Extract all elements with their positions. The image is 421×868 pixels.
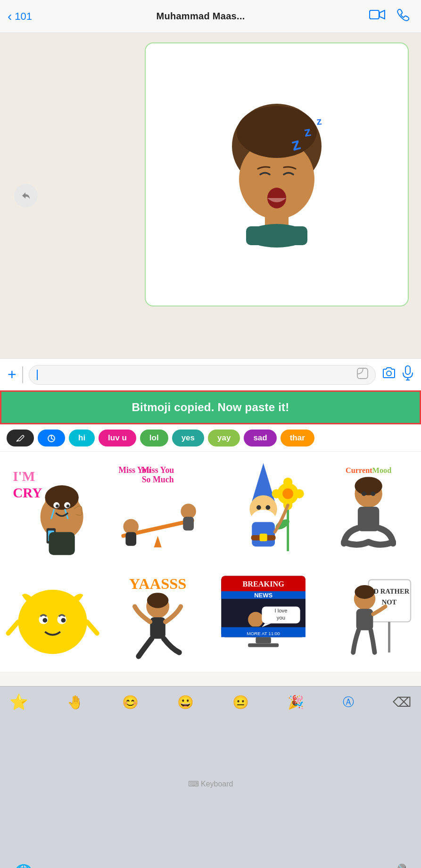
header-actions: [369, 8, 410, 25]
svg-point-74: [147, 593, 169, 608]
svg-rect-32: [49, 532, 75, 555]
svg-text:you: you: [276, 615, 285, 620]
svg-point-29: [66, 504, 70, 508]
video-call-icon[interactable]: [369, 9, 385, 24]
svg-text:z: z: [316, 115, 322, 127]
voice-message-button[interactable]: [402, 365, 413, 384]
svg-line-71: [87, 622, 97, 633]
svg-point-63: [371, 491, 375, 496]
keyboard-globe-icon[interactable]: 🌐: [14, 863, 33, 868]
svg-text:I love: I love: [274, 608, 287, 614]
keyboard-smiley-icon[interactable]: 😊: [122, 694, 139, 710]
svg-text:YAASSS: YAASSS: [129, 575, 187, 592]
sticker-id-rather-not[interactable]: I'D RATHER NOT: [316, 562, 421, 667]
message-input-bar: +: [0, 358, 421, 390]
keyboard-party-icon[interactable]: 🎉: [288, 694, 304, 710]
svg-rect-90: [248, 644, 279, 647]
svg-text:CRY: CRY: [13, 485, 42, 500]
svg-point-81: [248, 612, 264, 628]
svg-point-55: [283, 478, 292, 487]
svg-line-70: [8, 622, 18, 633]
svg-text:NOT: NOT: [381, 598, 396, 606]
svg-text:BREAKING: BREAKING: [242, 580, 284, 588]
sticker-grid: I'M CRY Miss Y: [0, 452, 421, 672]
chat-area: z z z: [0, 33, 421, 358]
svg-point-14: [387, 371, 391, 376]
svg-text:I'D RATHER: I'D RATHER: [369, 587, 410, 595]
category-pill-hi[interactable]: hi: [69, 430, 95, 446]
message-input-field[interactable]: [29, 365, 376, 385]
sticker-yaasss[interactable]: YAASSS: [105, 562, 210, 667]
keyboard-letter-a-icon[interactable]: Ⓐ: [343, 694, 354, 710]
svg-marker-37: [154, 536, 162, 547]
svg-rect-89: [256, 637, 271, 644]
bitmoji-sticker-image: z z z: [206, 85, 347, 264]
keyboard-main-rows[interactable]: ⌨ Keyboard: [0, 718, 421, 850]
svg-text:MORE AT 11:00: MORE AT 11:00: [247, 631, 280, 636]
header-left: ‹ 101: [8, 10, 32, 23]
back-button[interactable]: ‹: [8, 10, 12, 23]
svg-text:NEWS: NEWS: [254, 592, 272, 599]
keyboard-emoji-row: ⭐ 🤚 😊 😀 😐 🎉 Ⓐ ⌫: [0, 686, 421, 718]
svg-marker-1: [380, 10, 385, 19]
contact-name[interactable]: Muhammad Maas...: [156, 11, 245, 22]
category-pill-sad[interactable]: sad: [244, 430, 276, 446]
camera-button[interactable]: [381, 366, 396, 383]
category-pill-yes[interactable]: yes: [172, 430, 204, 446]
svg-point-96: [355, 585, 374, 599]
bitmoji-copied-banner: Bitmoji copied. Now paste it!: [0, 390, 421, 424]
keyboard-wave-icon[interactable]: 🤚: [67, 694, 83, 710]
svg-point-39: [125, 521, 137, 533]
category-pill-recent[interactable]: [38, 430, 65, 446]
svg-rect-0: [370, 10, 379, 19]
sticker-im-cry[interactable]: I'M CRY: [0, 456, 105, 562]
svg-text:Miss You: Miss You: [141, 465, 174, 475]
sticker-grid-more-indicator: [0, 672, 421, 686]
svg-point-5: [244, 127, 272, 151]
reply-button[interactable]: [14, 184, 38, 207]
svg-point-69: [61, 618, 66, 623]
keyboard-neutral-icon[interactable]: 😐: [232, 694, 249, 710]
sticker-picker-icon[interactable]: [356, 367, 369, 382]
category-pill-thar[interactable]: thar: [281, 430, 314, 446]
banner-text: Bitmoji copied. Now paste it!: [132, 401, 289, 414]
svg-rect-64: [358, 507, 380, 531]
category-pills-row: hi luv u lol yes yay sad thar: [0, 424, 421, 452]
category-pill-yay[interactable]: yay: [208, 430, 240, 446]
svg-rect-15: [405, 366, 410, 374]
phone-call-icon[interactable]: [396, 8, 410, 25]
svg-point-46: [265, 505, 270, 510]
attachments-button[interactable]: +: [8, 366, 17, 383]
svg-point-68: [43, 618, 48, 623]
svg-text:I'M: I'M: [13, 469, 35, 484]
svg-point-54: [282, 488, 293, 499]
svg-rect-50: [259, 534, 267, 541]
svg-rect-40: [126, 532, 137, 546]
svg-rect-97: [356, 609, 373, 631]
keyboard-bottom-row: 🌐 🎤: [0, 850, 421, 868]
category-pill-lol[interactable]: lol: [140, 430, 168, 446]
keyboard-mic-icon[interactable]: 🎤: [387, 863, 407, 868]
text-cursor: [37, 370, 38, 380]
svg-text:So Much: So Much: [142, 475, 174, 484]
svg-text:CurrentMood: CurrentMood: [346, 466, 391, 475]
sticker-current-mood[interactable]: CurrentMood: [316, 456, 421, 562]
header: ‹ 101 Muhammad Maas...: [0, 0, 421, 33]
sticker-message-bubble: z z z: [145, 42, 409, 306]
svg-point-57: [272, 489, 281, 498]
svg-rect-9: [246, 226, 307, 245]
sticker-breaking-news[interactable]: BREAKING NEWS I love you MORE AT 11:00: [211, 562, 316, 667]
sticker-gnome-flower[interactable]: [211, 456, 316, 562]
keyboard-star-icon[interactable]: ⭐: [9, 693, 28, 711]
sticker-miss-you[interactable]: Miss You Miss You So Much: [105, 456, 210, 562]
category-pill-edit[interactable]: [7, 430, 34, 446]
keyboard-delete-icon[interactable]: ⌫: [393, 694, 412, 710]
keyboard-placeholder: ⌨ Keyboard: [188, 779, 233, 788]
svg-point-25: [45, 485, 79, 510]
svg-rect-42: [183, 517, 194, 530]
svg-point-62: [362, 491, 366, 496]
keyboard-smile2-icon[interactable]: 😀: [177, 694, 194, 710]
input-divider: [22, 366, 23, 383]
category-pill-luv-u[interactable]: luv u: [99, 430, 136, 446]
sticker-lemon[interactable]: [0, 562, 105, 667]
